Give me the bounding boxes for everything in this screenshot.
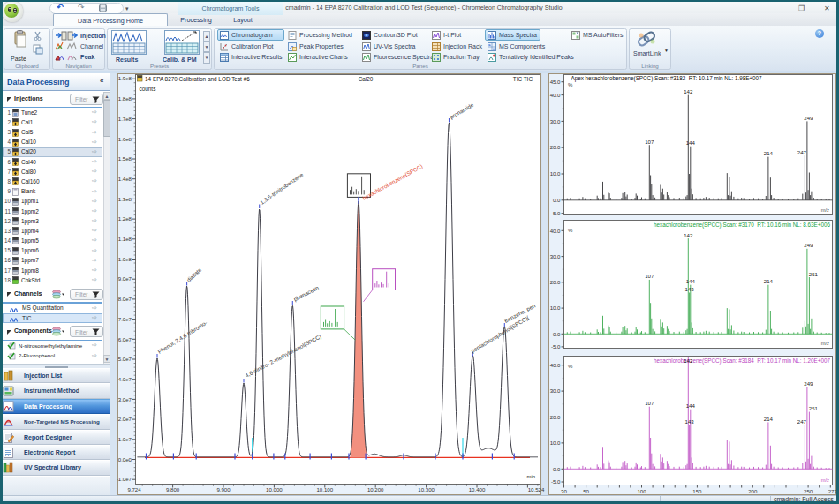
- svg-text:144: 144: [686, 278, 696, 284]
- svg-text:249: 249: [804, 242, 813, 248]
- svg-text:1.2e8: 1.2e8: [118, 215, 132, 222]
- svg-text:2.0e7: 2.0e7: [118, 416, 132, 422]
- svg-text:1.7e8: 1.7e8: [118, 116, 132, 122]
- svg-text:30.0: 30.0: [550, 253, 561, 260]
- svg-text:6.0e7: 6.0e7: [118, 336, 132, 342]
- svg-text:hexachlorobenzene(SPCC) Scan:: hexachlorobenzene(SPCC) Scan: #3184 RT: …: [654, 357, 830, 365]
- svg-text:247: 247: [797, 149, 807, 155]
- svg-text:1.5e8: 1.5e8: [118, 155, 132, 162]
- svg-text:0.0: 0.0: [553, 331, 561, 337]
- svg-text:30: 30: [561, 488, 567, 494]
- svg-text:-5.0: -5.0: [551, 343, 561, 350]
- svg-text:4.0e7: 4.0e7: [118, 376, 132, 382]
- svg-text:1.6e8: 1.6e8: [118, 136, 132, 142]
- svg-text:20.0: 20.0: [550, 144, 561, 150]
- svg-text:20.0: 20.0: [550, 279, 561, 285]
- svg-text:1.0e7: 1.0e7: [118, 436, 132, 442]
- svg-text:251: 251: [809, 405, 819, 411]
- svg-text:142: 142: [684, 88, 693, 94]
- svg-text:counts: counts: [140, 86, 156, 92]
- svg-text:107: 107: [645, 273, 654, 279]
- svg-text:9.800: 9.800: [166, 486, 180, 493]
- svg-text:-1.0e7: -1.0e7: [117, 476, 132, 482]
- svg-text:%: %: [568, 228, 573, 233]
- svg-text:Cal20: Cal20: [359, 76, 374, 82]
- svg-text:30.0: 30.0: [550, 118, 561, 124]
- svg-text:14 EPA 8270 Calibration and LO: 14 EPA 8270 Calibration and LOD Test #6: [145, 76, 250, 82]
- svg-text:hexachlorobenzene(SPCC) Scan:: hexachlorobenzene(SPCC) Scan: #3170 RT: …: [654, 222, 830, 229]
- svg-text:m/z: m/z: [821, 341, 829, 346]
- svg-text:0.0e0: 0.0e0: [118, 456, 132, 463]
- svg-text:50: 50: [583, 488, 589, 494]
- svg-text:min: min: [527, 474, 536, 479]
- svg-text:1.3e8: 1.3e8: [118, 196, 132, 202]
- svg-text:150: 150: [692, 488, 702, 494]
- svg-text:%: %: [568, 82, 573, 87]
- svg-text:5.0e7: 5.0e7: [118, 356, 132, 362]
- svg-text:143: 143: [685, 418, 695, 425]
- svg-text:107: 107: [645, 139, 654, 145]
- svg-text:250: 250: [804, 488, 813, 494]
- svg-text:9.0e7: 9.0e7: [118, 275, 132, 282]
- svg-text:m/z: m/z: [821, 478, 829, 483]
- svg-text:249: 249: [804, 380, 813, 387]
- svg-text:272: 272: [828, 488, 836, 494]
- svg-text:1.9e8: 1.9e8: [118, 75, 132, 81]
- svg-text:0.0: 0.0: [553, 466, 561, 472]
- svg-text:249: 249: [804, 115, 813, 121]
- svg-text:144: 144: [686, 139, 696, 146]
- svg-text:142: 142: [684, 232, 693, 238]
- svg-text:10.300: 10.300: [418, 486, 435, 493]
- svg-text:m/z: m/z: [821, 207, 829, 213]
- svg-text:143: 143: [685, 286, 695, 292]
- svg-text:0.0: 0.0: [553, 197, 561, 203]
- svg-text:1.8e8: 1.8e8: [118, 95, 132, 102]
- svg-text:247: 247: [797, 418, 807, 425]
- svg-text:1.0e8: 1.0e8: [118, 256, 132, 262]
- svg-text:200: 200: [748, 488, 758, 494]
- svg-text:40.0: 40.0: [550, 228, 561, 234]
- svg-text:142: 142: [684, 357, 693, 364]
- svg-text:1.1e8: 1.1e8: [118, 236, 132, 242]
- svg-text:107: 107: [645, 400, 654, 406]
- svg-text:100: 100: [637, 488, 646, 494]
- svg-text:10.000: 10.000: [266, 486, 283, 493]
- svg-text:40.0: 40.0: [550, 92, 561, 98]
- svg-text:45.0: 45.0: [550, 79, 561, 85]
- svg-text:10.0: 10.0: [550, 170, 561, 177]
- svg-text:214: 214: [764, 416, 774, 422]
- svg-text:10.0: 10.0: [550, 305, 561, 311]
- svg-text:10.100: 10.100: [316, 486, 333, 493]
- svg-text:10.200: 10.200: [367, 486, 384, 493]
- svg-text:8.0e7: 8.0e7: [118, 296, 132, 302]
- svg-text:144: 144: [686, 402, 696, 409]
- svg-text:-5.0: -5.0: [551, 210, 561, 216]
- svg-text:214: 214: [764, 278, 774, 284]
- svg-text:30.0: 30.0: [550, 387, 561, 394]
- svg-text:-5.0: -5.0: [551, 478, 561, 485]
- svg-text:TIC TIC: TIC TIC: [513, 76, 533, 82]
- svg-text:1.4e8: 1.4e8: [118, 176, 132, 182]
- svg-text:10.0: 10.0: [550, 440, 561, 446]
- svg-text:9.900: 9.900: [216, 486, 231, 493]
- svg-text:10.524: 10.524: [528, 486, 545, 493]
- svg-text:20.0: 20.0: [550, 414, 561, 420]
- svg-text:10.400: 10.400: [469, 486, 486, 493]
- svg-text:40.0: 40.0: [550, 362, 561, 368]
- svg-text:Apex hexachlorobenzene(SPCC) S: Apex hexachlorobenzene(SPCC) Scan: #3182…: [571, 75, 763, 82]
- svg-text:%: %: [568, 364, 573, 369]
- svg-text:7.0e7: 7.0e7: [118, 316, 132, 322]
- svg-text:251: 251: [809, 271, 819, 277]
- svg-text:3.0e7: 3.0e7: [118, 396, 132, 402]
- svg-text:214: 214: [764, 150, 774, 156]
- svg-text:9.724: 9.724: [127, 486, 141, 493]
